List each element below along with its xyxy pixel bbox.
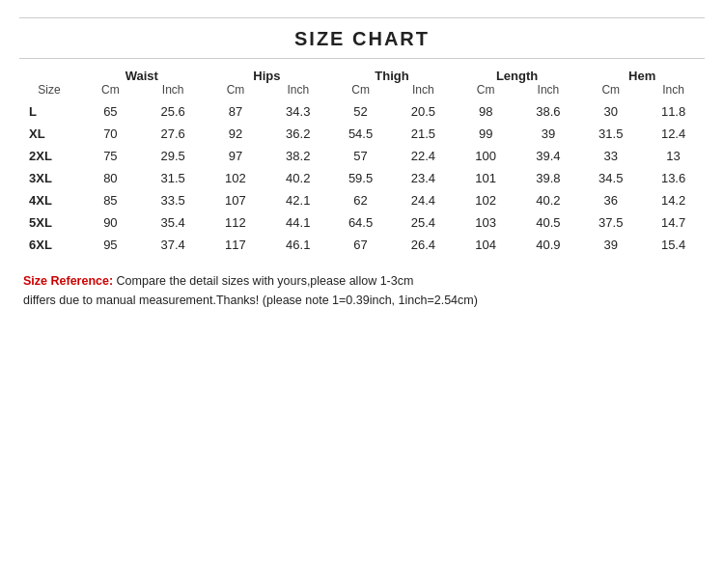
- table-row: 6XL9537.411746.16726.410440.93915.4: [19, 234, 705, 256]
- table-row: 5XL9035.411244.164.525.410340.537.514.7: [19, 211, 705, 234]
- table-cell: 103: [455, 211, 517, 234]
- table-cell: 6XL: [19, 234, 79, 256]
- table-cell: 40.5: [517, 211, 580, 234]
- table-cell: 40.2: [517, 189, 580, 211]
- subheader-length-inch: Inch: [517, 83, 580, 100]
- main-container: SIZE CHART Waist Hips Thigh Length Hem S…: [0, 0, 724, 327]
- table-cell: 75: [79, 145, 142, 167]
- subheader-waist-inch: Inch: [142, 83, 205, 100]
- table-cell: 31.5: [579, 123, 642, 145]
- table-cell: 42.1: [266, 189, 329, 211]
- table-cell: 37.5: [579, 211, 642, 234]
- size-reference-label: Size Reference:: [23, 274, 113, 288]
- table-cell: 102: [205, 167, 267, 189]
- table-cell: 39: [517, 123, 580, 145]
- table-cell: 95: [79, 234, 142, 256]
- table-cell: 39: [579, 234, 642, 256]
- table-cell: L: [19, 100, 79, 123]
- table-cell: 59.5: [329, 167, 392, 189]
- table-row: 3XL8031.510240.259.523.410139.834.513.6: [19, 167, 705, 189]
- table-cell: 40.2: [266, 167, 329, 189]
- table-body: L6525.68734.35220.59838.63011.8XL7027.69…: [19, 100, 705, 256]
- page-title: SIZE CHART: [19, 28, 705, 50]
- table-cell: XL: [19, 123, 79, 145]
- table-cell: 90: [79, 211, 142, 234]
- table-cell: 25.4: [392, 211, 455, 234]
- size-chart-table: Waist Hips Thigh Length Hem Size Cm Inch…: [19, 65, 705, 256]
- table-cell: 4XL: [19, 189, 79, 211]
- table-cell: 92: [205, 123, 267, 145]
- table-cell: 39.8: [517, 167, 580, 189]
- table-cell: 33: [579, 145, 642, 167]
- subheader-thigh-cm: Cm: [329, 83, 392, 100]
- title-area: SIZE CHART: [19, 17, 705, 59]
- table-cell: 22.4: [392, 145, 455, 167]
- header-waist: Waist: [79, 65, 205, 83]
- table-row: 2XL7529.59738.25722.410039.43313: [19, 145, 705, 167]
- table-cell: 99: [455, 123, 517, 145]
- table-cell: 39.4: [517, 145, 580, 167]
- table-cell: 102: [455, 189, 517, 211]
- table-cell: 38.6: [517, 100, 580, 123]
- sub-header-row: Size Cm Inch Cm Inch Cm Inch Cm Inch Cm …: [19, 83, 705, 100]
- table-cell: 13: [642, 145, 705, 167]
- table-cell: 2XL: [19, 145, 79, 167]
- table-cell: 64.5: [329, 211, 392, 234]
- table-cell: 11.8: [642, 100, 705, 123]
- table-cell: 112: [205, 211, 267, 234]
- table-cell: 13.6: [642, 167, 705, 189]
- table-cell: 36: [579, 189, 642, 211]
- table-cell: 24.4: [392, 189, 455, 211]
- subheader-size: Size: [19, 83, 79, 100]
- table-cell: 27.6: [142, 123, 205, 145]
- header-hips: Hips: [205, 65, 330, 83]
- table-cell: 54.5: [329, 123, 392, 145]
- table-cell: 85: [79, 189, 142, 211]
- table-cell: 14.7: [642, 211, 705, 234]
- table-cell: 104: [455, 234, 517, 256]
- table-cell: 23.4: [392, 167, 455, 189]
- table-cell: 33.5: [142, 189, 205, 211]
- header-hem: Hem: [579, 65, 705, 83]
- table-cell: 44.1: [266, 211, 329, 234]
- table-cell: 67: [329, 234, 392, 256]
- table-cell: 15.4: [642, 234, 705, 256]
- header-length: Length: [455, 65, 580, 83]
- table-cell: 35.4: [142, 211, 205, 234]
- size-reference: Size Reference: Compare the detail sizes…: [19, 271, 705, 310]
- table-cell: 97: [205, 145, 267, 167]
- table-cell: 62: [329, 189, 392, 211]
- size-reference-text1: Compare the detail sizes with yours,plea…: [113, 274, 413, 288]
- table-cell: 65: [79, 100, 142, 123]
- table-cell: 31.5: [142, 167, 205, 189]
- table-cell: 29.5: [142, 145, 205, 167]
- table-cell: 37.4: [142, 234, 205, 256]
- table-cell: 34.5: [579, 167, 642, 189]
- table-cell: 87: [205, 100, 267, 123]
- table-cell: 38.2: [266, 145, 329, 167]
- table-row: 4XL8533.510742.16224.410240.23614.2: [19, 189, 705, 211]
- subheader-hem-cm: Cm: [579, 83, 642, 100]
- subheader-hips-cm: Cm: [205, 83, 267, 100]
- table-cell: 26.4: [392, 234, 455, 256]
- table-cell: 101: [455, 167, 517, 189]
- table-cell: 70: [79, 123, 142, 145]
- subheader-waist-cm: Cm: [79, 83, 142, 100]
- table-cell: 21.5: [392, 123, 455, 145]
- table-cell: 46.1: [266, 234, 329, 256]
- table-cell: 25.6: [142, 100, 205, 123]
- table-cell: 117: [205, 234, 267, 256]
- subheader-thigh-inch: Inch: [392, 83, 455, 100]
- table-cell: 5XL: [19, 211, 79, 234]
- table-row: XL7027.69236.254.521.5993931.512.4: [19, 123, 705, 145]
- table-cell: 107: [205, 189, 267, 211]
- header-size-empty: [19, 65, 79, 83]
- table-cell: 98: [455, 100, 517, 123]
- table-cell: 12.4: [642, 123, 705, 145]
- table-cell: 30: [579, 100, 642, 123]
- table-cell: 20.5: [392, 100, 455, 123]
- subheader-hips-inch: Inch: [266, 83, 329, 100]
- size-reference-text2: differs due to manual measurement.Thanks…: [23, 294, 478, 307]
- table-cell: 36.2: [266, 123, 329, 145]
- table-cell: 52: [329, 100, 392, 123]
